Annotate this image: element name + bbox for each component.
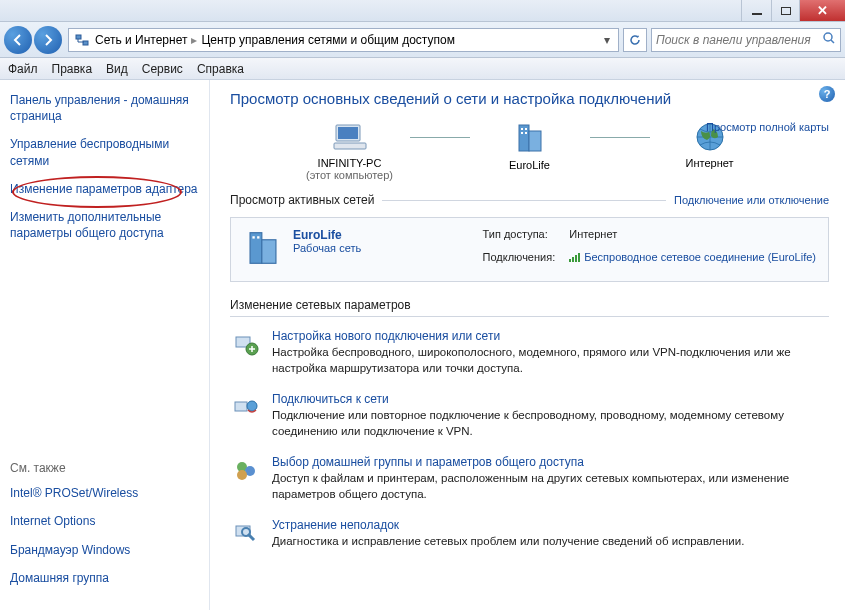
forward-button[interactable]	[34, 26, 62, 54]
svg-rect-9	[525, 128, 527, 130]
task-connect: Подключиться к сети Подключение или повт…	[230, 392, 829, 439]
sidebar: Панель управления - домашняя страница Уп…	[0, 80, 210, 610]
breadcrumb-l1[interactable]: Сеть и Интернет	[95, 33, 187, 47]
svg-rect-17	[569, 259, 571, 262]
svg-rect-14	[262, 240, 276, 264]
svg-point-27	[237, 470, 247, 480]
computer-icon	[330, 121, 370, 153]
sidebar-wireless[interactable]: Управление беспроводными сетями	[10, 136, 199, 168]
troubleshoot-icon	[230, 518, 262, 550]
homegroup-icon	[230, 455, 262, 487]
active-networks-label: Просмотр активных сетей	[230, 193, 374, 207]
connection-name: Беспроводное сетевое соединение (EuroLif…	[584, 251, 816, 263]
body: Панель управления - домашняя страница Уп…	[0, 80, 845, 610]
svg-rect-6	[519, 125, 529, 151]
search-icon[interactable]	[822, 31, 836, 48]
signal-icon	[569, 252, 581, 264]
svg-rect-19	[575, 255, 577, 262]
task-connect-link[interactable]: Подключиться к сети	[272, 392, 829, 406]
menu-edit[interactable]: Правка	[52, 62, 93, 76]
svg-rect-10	[521, 132, 523, 134]
menu-service[interactable]: Сервис	[142, 62, 183, 76]
task-homegroup-desc: Доступ к файлам и принтерам, расположенн…	[272, 471, 829, 502]
titlebar: ✕	[0, 0, 845, 22]
task-new-connection-link[interactable]: Настройка нового подключения или сети	[272, 329, 829, 343]
building-icon	[513, 121, 547, 155]
sidebar-inetopt[interactable]: Internet Options	[10, 513, 199, 529]
task-homegroup: Выбор домашней группы и параметров общег…	[230, 455, 829, 502]
node-net-label: Интернет	[686, 157, 734, 169]
svg-rect-13	[250, 233, 262, 264]
active-network-box: EuroLife Рабочая сеть Тип доступа: Интер…	[230, 217, 829, 282]
connections-label: Подключения:	[483, 251, 556, 271]
help-icon[interactable]: ?	[819, 86, 835, 102]
svg-rect-18	[572, 257, 574, 262]
active-network-name[interactable]: EuroLife	[293, 228, 361, 242]
search-box[interactable]	[651, 28, 841, 52]
svg-rect-20	[578, 253, 580, 262]
node-this-pc[interactable]: INFINITY-PC (этот компьютер)	[290, 121, 410, 181]
sidebar-adapter[interactable]: Изменение параметров адаптера	[10, 181, 199, 197]
svg-rect-16	[257, 236, 259, 238]
svg-rect-4	[338, 127, 358, 139]
connection-link[interactable]: Беспроводное сетевое соединение (EuroLif…	[569, 251, 816, 271]
back-button[interactable]	[4, 26, 32, 54]
node-network[interactable]: EuroLife	[470, 121, 590, 171]
menubar: Файл Правка Вид Сервис Справка	[0, 58, 845, 80]
svg-rect-7	[529, 131, 541, 151]
task-troubleshoot-desc: Диагностика и исправление сетевых пробле…	[272, 534, 744, 550]
sidebar-seealso-header: См. также	[10, 461, 199, 475]
sidebar-home[interactable]: Панель управления - домашняя страница	[10, 92, 199, 124]
svg-rect-0	[76, 35, 81, 39]
svg-rect-8	[521, 128, 523, 130]
task-troubleshoot-link[interactable]: Устранение неполадок	[272, 518, 744, 532]
connect-icon	[230, 392, 262, 424]
access-type-value: Интернет	[569, 228, 816, 247]
sidebar-intel[interactable]: Intel® PROSet/Wireless	[10, 485, 199, 501]
svg-rect-5	[334, 143, 366, 149]
minimize-button[interactable]	[741, 0, 771, 21]
sidebar-sharing[interactable]: Изменить дополнительные параметры общего…	[10, 209, 199, 241]
node-pc-label: INFINITY-PC	[318, 157, 382, 169]
active-networks-header: Просмотр активных сетей Подключение или …	[230, 193, 829, 207]
svg-rect-11	[525, 132, 527, 134]
sidebar-adapter-label: Изменение параметров адаптера	[10, 182, 198, 196]
network-icon	[73, 31, 91, 49]
svg-rect-23	[235, 402, 247, 411]
access-type-label: Тип доступа:	[483, 228, 556, 247]
network-map: Просмотр полной карты INFINITY-PC (этот …	[230, 121, 829, 181]
search-input[interactable]	[656, 33, 822, 47]
connect-disconnect-link[interactable]: Подключение или отключение	[674, 194, 829, 206]
node-mid-label: EuroLife	[509, 159, 550, 171]
active-network-type[interactable]: Рабочая сеть	[293, 242, 361, 254]
menu-help[interactable]: Справка	[197, 62, 244, 76]
node-pc-sub: (этот компьютер)	[306, 169, 393, 181]
full-map-link[interactable]: Просмотр полной карты	[706, 121, 829, 133]
navbar: Сеть и Интернет ▸ Центр управления сетям…	[0, 22, 845, 58]
connector-2	[590, 121, 650, 153]
breadcrumb[interactable]: Сеть и Интернет ▸ Центр управления сетям…	[68, 28, 619, 52]
task-new-connection-desc: Настройка беспроводного, широкополосного…	[272, 345, 829, 376]
params-heading: Изменение сетевых параметров	[230, 298, 829, 312]
task-connect-desc: Подключение или повторное подключение к …	[272, 408, 829, 439]
breadcrumb-dropdown[interactable]: ▾	[600, 33, 614, 47]
separator	[230, 316, 829, 317]
sidebar-homegroup[interactable]: Домашняя группа	[10, 570, 199, 586]
menu-view[interactable]: Вид	[106, 62, 128, 76]
close-button[interactable]: ✕	[799, 0, 845, 21]
task-homegroup-link[interactable]: Выбор домашней группы и параметров общег…	[272, 455, 829, 469]
building-icon	[243, 228, 283, 271]
refresh-button[interactable]	[623, 28, 647, 52]
svg-rect-15	[252, 236, 254, 238]
new-connection-icon	[230, 329, 262, 361]
sidebar-firewall[interactable]: Брандмауэр Windows	[10, 542, 199, 558]
menu-file[interactable]: Файл	[8, 62, 38, 76]
task-new-connection: Настройка нового подключения или сети На…	[230, 329, 829, 376]
connector-1	[410, 121, 470, 153]
page-title: Просмотр основных сведений о сети и наст…	[230, 90, 829, 107]
maximize-button[interactable]	[771, 0, 799, 21]
task-troubleshoot: Устранение неполадок Диагностика и испра…	[230, 518, 829, 550]
breadcrumb-l2[interactable]: Центр управления сетями и общим доступом	[201, 33, 455, 47]
svg-point-24	[247, 401, 257, 411]
svg-point-2	[824, 33, 832, 41]
